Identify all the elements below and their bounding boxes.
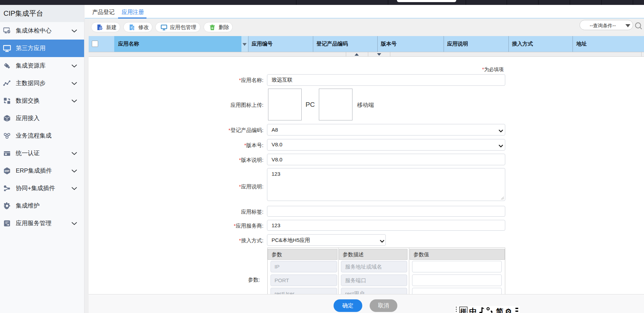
svg-text:ERP: ERP <box>5 170 9 172</box>
svg-text:⚙: ⚙ <box>505 307 512 313</box>
svg-text:简: 简 <box>496 307 503 313</box>
svg-text:中: 中 <box>469 307 477 313</box>
svg-text:拼: 拼 <box>460 308 467 313</box>
